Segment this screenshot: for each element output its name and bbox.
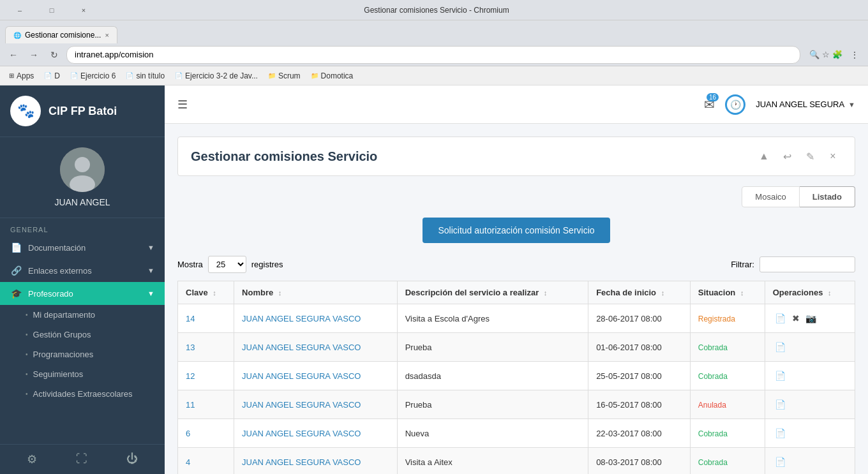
sidebar-sub-item-seguimientos[interactable]: Seguimientos: [0, 364, 165, 384]
sidebar-sub-item-programaciones[interactable]: Programaciones: [0, 344, 165, 364]
hamburger-menu-icon[interactable]: ☰: [177, 98, 188, 112]
nombre-link[interactable]: JUAN ANGEL SEGURA VASCO: [242, 314, 361, 323]
nombre-link[interactable]: JUAN ANGEL SEGURA VASCO: [242, 343, 361, 352]
cell-situacion: Cobrada: [690, 333, 765, 362]
sub-item-label: Gestión Grupos: [33, 330, 91, 339]
cell-fecha: 08-03-2017 08:00: [588, 448, 691, 475]
listado-view-button[interactable]: Listado: [800, 186, 855, 207]
sort-icon: ↕: [278, 289, 282, 297]
logout-icon[interactable]: ⏻: [126, 452, 138, 466]
undo-button[interactable]: ↩: [778, 147, 796, 165]
nombre-link[interactable]: JUAN ANGEL SEGURA VASCO: [242, 457, 361, 467]
address-bar: ← → ↻ intranet.app/comision 🔍 ☆ 🧩 ⋮: [0, 43, 868, 66]
zoom-icon[interactable]: 🔍: [809, 50, 819, 59]
browser-tab[interactable]: 🌐 Gestionar comisione... ×: [5, 26, 117, 43]
col-nombre[interactable]: Nombre ↕: [234, 281, 398, 304]
cell-fecha: 01-06-2017 08:00: [588, 333, 691, 362]
edit-button[interactable]: ✎: [801, 147, 819, 165]
cell-operaciones: 📄✖📷: [765, 304, 855, 333]
user-name: JUAN ANGEL: [54, 197, 110, 207]
fullscreen-icon[interactable]: ⛶: [76, 452, 87, 466]
nombre-link[interactable]: JUAN ANGEL SEGURA VASCO: [242, 400, 361, 410]
extension-icon[interactable]: 🧩: [832, 50, 842, 59]
doc-button[interactable]: 📄: [773, 454, 788, 470]
sidebar-item-label: Profesorado: [28, 289, 73, 299]
clave-link[interactable]: 13: [186, 343, 195, 352]
clock-widget[interactable]: 🕐: [725, 94, 745, 115]
camera-button[interactable]: 📷: [804, 311, 819, 326]
show-label: Mostra: [177, 260, 203, 269]
clave-link[interactable]: 11: [186, 400, 195, 410]
clave-link[interactable]: 4: [186, 457, 190, 467]
table-row: 14JUAN ANGEL SEGURA VASCOVisita a Escola…: [178, 304, 855, 333]
sidebar-item-documentacion[interactable]: 📄 Documentación ▼: [0, 236, 165, 259]
table-row: 12JUAN ANGEL SEGURA VASCOdsadasda25-05-2…: [178, 362, 855, 390]
nombre-link[interactable]: JUAN ANGEL SEGURA VASCO: [242, 429, 361, 438]
close-icon[interactable]: ×: [69, 0, 98, 20]
bookmark-domotica[interactable]: 📁 Domotica: [307, 70, 357, 82]
clave-link[interactable]: 12: [186, 371, 195, 381]
sidebar-item-enlaces[interactable]: 🔗 Enlaces externos ▼: [0, 259, 165, 282]
col-operaciones[interactable]: Operaciones ↕: [765, 281, 855, 304]
solicitud-button[interactable]: Solicitud autorización comisión Servicio: [423, 218, 610, 243]
url-text: intranet.app/comision: [75, 50, 154, 59]
cell-descripcion: Visita a Escola d'Agres: [397, 304, 588, 333]
bookmark-star-icon[interactable]: ☆: [822, 50, 830, 59]
settings-icon[interactable]: ⚙: [27, 452, 37, 466]
cell-clave: 13: [178, 333, 234, 362]
bookmark-scrum[interactable]: 📁 Scrum: [264, 70, 304, 82]
url-input[interactable]: intranet.app/comision: [66, 46, 800, 64]
back-button[interactable]: ←: [5, 47, 22, 63]
browser-title: Gestionar comisiones Servicio - Chromium: [98, 6, 775, 15]
bookmark-apps[interactable]: ⊞ Apps: [5, 70, 38, 82]
doc-button[interactable]: 📄: [773, 339, 788, 355]
bookmark-sin-titulo[interactable]: 📄 sin título: [122, 70, 168, 82]
cell-descripcion: Visita a Aitex: [397, 448, 588, 475]
col-fecha[interactable]: Fecha de inicio ↕: [588, 281, 691, 304]
reload-button[interactable]: ↻: [46, 47, 63, 63]
doc-button[interactable]: 📄: [773, 368, 788, 383]
cell-clave: 12: [178, 362, 234, 390]
browser-titlebar: – □ × Gestionar comisiones Servicio - Ch…: [0, 0, 868, 20]
maximize-icon[interactable]: □: [37, 0, 66, 20]
delete-button[interactable]: ✖: [788, 311, 804, 326]
sort-icon: ↕: [828, 289, 832, 297]
minimize-icon[interactable]: –: [5, 0, 34, 20]
filter-input[interactable]: [760, 256, 855, 272]
entries-select[interactable]: 25 50 100: [208, 256, 246, 273]
menu-button[interactable]: ⋮: [846, 47, 863, 63]
page-actions: ▲ ↩ ✎ ×: [755, 147, 842, 165]
col-situacion[interactable]: Situacion ↕: [690, 281, 765, 304]
cell-descripcion: Prueba: [397, 390, 588, 419]
cell-nombre: JUAN ANGEL SEGURA VASCO: [234, 362, 398, 390]
clave-link[interactable]: 6: [186, 429, 190, 438]
sidebar-sub-item-gestion-grupos[interactable]: Gestión Grupos: [0, 325, 165, 344]
filter-section: Filtrar:: [731, 256, 855, 272]
sidebar-sub-item-actividades[interactable]: Actividades Extraescolares: [0, 384, 165, 404]
mosaico-view-button[interactable]: Mosaico: [742, 186, 799, 207]
doc-button[interactable]: 📄: [773, 426, 788, 441]
col-descripcion[interactable]: Descripción del servicio a realizar ↕: [397, 281, 588, 304]
nombre-link[interactable]: JUAN ANGEL SEGURA VASCO: [242, 371, 361, 381]
chevron-down-icon: ▼: [147, 267, 154, 274]
bookmark-ejercicio32[interactable]: 📄 Ejercicio 3-2 de Jav...: [171, 70, 262, 82]
tab-favicon: 🌐: [13, 32, 21, 39]
doc-button[interactable]: 📄: [773, 397, 788, 412]
forward-button[interactable]: →: [26, 47, 42, 63]
sidebar-item-profesorado[interactable]: 🎓 Profesorado ▼: [0, 282, 165, 305]
bookmark-d[interactable]: 📄 D: [40, 70, 64, 82]
sub-item-label: Actividades Extraescolares: [33, 389, 133, 399]
close-button[interactable]: ×: [824, 147, 842, 165]
cell-operaciones: 📄: [765, 333, 855, 362]
cell-operaciones: 📄: [765, 390, 855, 419]
bookmark-ejercicio6[interactable]: 📄 Ejercicio 6: [66, 70, 119, 82]
tab-close-icon[interactable]: ×: [105, 31, 108, 39]
notification-bell[interactable]: ✉ 16: [704, 97, 715, 112]
collapse-button[interactable]: ▲: [755, 147, 773, 165]
clave-link[interactable]: 14: [186, 314, 195, 323]
sidebar-sub-item-mi-departamento[interactable]: Mi departamento: [0, 305, 165, 325]
col-clave[interactable]: Clave ↕: [178, 281, 234, 304]
tab-bar: 🌐 Gestionar comisione... ×: [0, 20, 868, 43]
user-menu[interactable]: JUAN ANGEL SEGURA ▼: [756, 100, 855, 109]
doc-button[interactable]: 📄: [773, 311, 788, 326]
